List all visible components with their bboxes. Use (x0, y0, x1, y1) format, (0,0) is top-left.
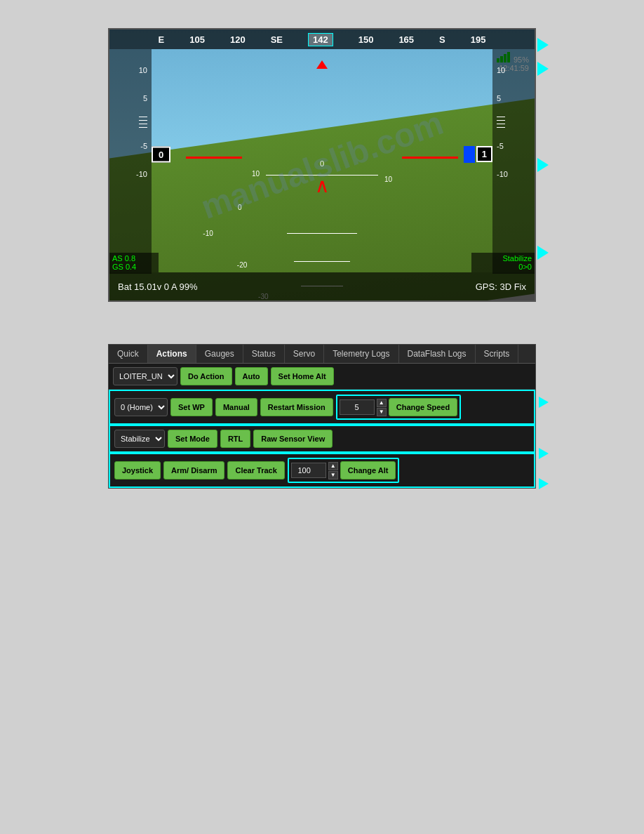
tab-actions[interactable]: Actions (148, 345, 196, 363)
set-mode-button[interactable]: Set Mode (168, 430, 217, 448)
hud-arrow-info (537, 62, 549, 76)
hud-wrapper: E 105 120 SE 142 150 165 S 195 95% 12:41… (108, 28, 536, 344)
clear-track-button[interactable]: Clear Track (227, 461, 284, 479)
bottom-left-info: AS 0.8 GS 0.4 (109, 253, 159, 272)
alt-up[interactable]: ▲ (328, 462, 338, 470)
do-action-button[interactable]: Do Action (180, 367, 232, 385)
speed-tape: 10 5 -5 -10 (109, 49, 152, 274)
compass-heading: 142 (308, 33, 333, 46)
zero-label: 0 (320, 159, 324, 168)
change-speed-button[interactable]: Change Speed (389, 398, 457, 416)
panel-arrow-row1 (539, 397, 549, 408)
compass-150: 150 (358, 34, 374, 45)
gps-status: GPS: 3D Fix (476, 282, 526, 292)
control-panel-wrapper: Quick Actions Gauges Status Servo Teleme… (108, 344, 536, 489)
set-home-alt-button[interactable]: Set Home Alt (271, 367, 334, 385)
compass-165: 165 (398, 34, 414, 45)
mode-value: 0>0 (474, 263, 532, 271)
control-panel: Quick Actions Gauges Status Servo Teleme… (108, 344, 536, 489)
set-wp-button[interactable]: Set WP (170, 398, 213, 416)
hud-arrow-compass (537, 38, 549, 52)
compass-SE: SE (271, 34, 283, 45)
hud-arrow-alt (537, 158, 549, 172)
pitch-line-neg20 (294, 261, 350, 262)
stabilize-select[interactable]: Stabilize (114, 430, 165, 448)
home-select[interactable]: 0 (Home) (114, 398, 168, 416)
manual-button[interactable]: Manual (215, 398, 257, 416)
hud-display: E 105 120 SE 142 150 165 S 195 95% 12:41… (108, 28, 536, 302)
speed-spinner: ▲ ▼ (377, 399, 387, 416)
change-alt-button[interactable]: Change Alt (340, 461, 396, 479)
panel-arrow-row3 (539, 448, 549, 459)
battery-status: Bat 15.01v 0 A 99% (118, 282, 197, 292)
tab-servo[interactable]: Servo (285, 345, 324, 363)
arm-disarm-button[interactable]: Arm/ Disarm (163, 461, 224, 479)
pitch-neg10-label: 0 (238, 204, 406, 211)
rtl-button[interactable]: RTL (220, 430, 250, 448)
change-speed-group: ▲ ▼ Change Speed (336, 395, 461, 420)
speed-neg5: -5 (140, 142, 147, 150)
speed-10: 10 (139, 66, 147, 74)
flight-mode: Stabilize (474, 254, 532, 263)
restart-mission-button[interactable]: Restart Mission (260, 398, 333, 416)
pitch-neg20: -20 (237, 261, 247, 269)
tab-scripts[interactable]: Scripts (476, 345, 519, 363)
raw-sensor-button[interactable]: Raw Sensor View (253, 430, 333, 448)
compass-195: 195 (471, 34, 486, 45)
compass-105: 105 (189, 34, 205, 45)
action-row-4: Joystick Arm/ Disarm Clear Track ▲ ▼ Cha… (109, 453, 535, 488)
hud-arrow-status (537, 246, 549, 260)
compass-120: 120 (230, 34, 246, 45)
joystick-button[interactable]: Joystick (114, 461, 161, 479)
altitude-tape: 10 5 -5 -10 (492, 49, 535, 274)
speed-neg10: -10 (136, 170, 147, 178)
aircraft-symbol: ∧ (315, 174, 330, 197)
alt-ticks (497, 117, 505, 128)
action-row-3: Stabilize Set Mode RTL Raw Sensor View (109, 425, 535, 453)
alt-neg10: -10 (497, 170, 508, 178)
compass-E: E (159, 34, 165, 45)
groundspeed-label: GS 0.4 (112, 263, 156, 271)
compass-S: S (439, 34, 445, 45)
change-alt-group: ▲ ▼ Change Alt (288, 458, 400, 483)
red-line-right (402, 157, 458, 159)
tab-dataflash-logs[interactable]: DataFlash Logs (399, 345, 476, 363)
speed-5: 5 (143, 94, 147, 102)
tab-bar: Quick Actions Gauges Status Servo Teleme… (109, 345, 535, 364)
hud-status-bar: Bat 15.01v 0 A 99% GPS: 3D Fix (109, 272, 535, 300)
action-row-1: LOITER_UN Do Action Auto Set Home Alt (109, 364, 535, 390)
bottom-right-info: Stabilize 0>0 (471, 253, 535, 272)
alt-spinner: ▲ ▼ (328, 462, 338, 479)
alt-indicator-value: 1 (476, 146, 492, 162)
red-line-left (186, 157, 242, 159)
tab-quick[interactable]: Quick (109, 345, 148, 363)
alt-down[interactable]: ▼ (328, 471, 338, 479)
heading-triangle (316, 60, 328, 69)
loiter-select[interactable]: LOITER_UN (113, 367, 177, 385)
alt-neg5: -5 (497, 142, 504, 150)
speed-input[interactable] (340, 399, 375, 415)
pitch-line-neg10 (287, 233, 357, 234)
speed-indicator: 0 (152, 146, 170, 162)
tab-status[interactable]: Status (243, 345, 285, 363)
alt-indicator: 1 (464, 146, 492, 163)
alt-input[interactable] (291, 463, 326, 478)
alt-10: 10 (497, 66, 505, 74)
alt-indicator-blue (464, 146, 475, 163)
speed-down[interactable]: ▼ (377, 408, 387, 416)
action-row-2: 0 (Home) Set WP Manual Restart Mission ▲… (109, 390, 535, 425)
speed-ticks (139, 117, 147, 128)
tab-gauges[interactable]: Gauges (196, 345, 243, 363)
compass-bar: E 105 120 SE 142 150 165 S 195 (109, 29, 535, 49)
panel-arrow-row4 (539, 478, 549, 489)
auto-button[interactable]: Auto (235, 367, 268, 385)
alt-5: 5 (497, 94, 501, 102)
pitch-neg10: -10 (203, 230, 213, 237)
speed-up[interactable]: ▲ (377, 399, 387, 407)
tab-telemetry-logs[interactable]: Telemetry Logs (324, 345, 398, 363)
airspeed-label: AS 0.8 (112, 254, 156, 263)
